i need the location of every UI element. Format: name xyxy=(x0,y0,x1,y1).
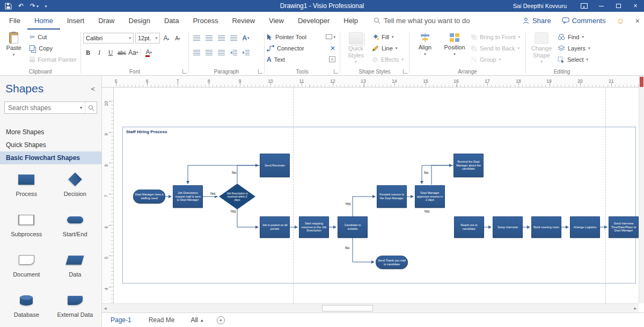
stencil-shape[interactable]: Database xyxy=(2,294,51,318)
feedback-smiley-icon[interactable]: ☺ xyxy=(616,17,624,25)
account-user-name[interactable]: Sai Deepthi Kovvuru xyxy=(513,3,567,9)
vertical-scrollbar-thumb[interactable] xyxy=(640,77,643,87)
customize-quick-access-button[interactable]: ▾ xyxy=(45,4,47,8)
decrease-font-size-button[interactable]: A▾ xyxy=(173,33,182,43)
group-label: Arrange xyxy=(409,69,525,75)
dialog-launcher-icon[interactable] xyxy=(334,69,338,74)
position-button[interactable]: Position ▾ xyxy=(441,31,468,67)
dropdown-caret-icon: ▾ xyxy=(36,4,39,8)
align-bottom-button[interactable] xyxy=(216,33,226,43)
text-tool-button[interactable]: A Text A xyxy=(267,54,335,65)
stencil-shape[interactable]: Decision xyxy=(51,173,100,197)
decrease-indent-button[interactable] xyxy=(228,48,239,58)
ribbon-tab[interactable]: Review xyxy=(225,12,262,30)
stencil-section-link[interactable]: Quick Shapes xyxy=(0,139,101,151)
search-button[interactable] xyxy=(85,102,97,113)
all-pages-dropdown[interactable]: All ▲ xyxy=(183,316,211,324)
pointer-tool-button[interactable]: Pointer Tool ▾ xyxy=(267,31,335,42)
fill-button[interactable]: Fill▾ xyxy=(372,31,404,42)
strikethrough-button[interactable]: abc xyxy=(117,48,127,58)
comments-button[interactable]: Comments xyxy=(562,17,606,25)
close-document-button[interactable]: × xyxy=(635,17,640,25)
text-block-tool-button[interactable]: A xyxy=(329,56,335,62)
stencil-shape-label: Start/End xyxy=(63,231,87,237)
vertical-scrollbar[interactable] xyxy=(639,76,644,303)
align-right-button[interactable] xyxy=(216,48,226,58)
find-button[interactable]: Find▾ xyxy=(558,31,590,42)
stencil-shape-label: Database xyxy=(14,311,39,318)
ribbon-tab[interactable]: Developer xyxy=(291,12,336,30)
stencil-shape[interactable]: Start/End xyxy=(51,213,100,237)
stencil-shape[interactable]: Data xyxy=(51,253,100,278)
rectangle-tool-dropdown[interactable]: ▾ xyxy=(326,34,335,39)
bold-button[interactable]: B xyxy=(83,48,93,58)
minimize-button[interactable] xyxy=(592,0,610,12)
bullets-button[interactable] xyxy=(228,33,239,43)
insert-page-button[interactable]: + xyxy=(217,316,225,324)
page-tab-readme[interactable]: Read Me xyxy=(140,313,184,327)
paste-button[interactable]: Paste ▾ xyxy=(2,31,25,67)
search-shapes-box[interactable]: ▾ xyxy=(4,101,97,114)
scroll-left-icon[interactable]: ◂ xyxy=(104,306,107,311)
ribbon-tab[interactable]: Draw xyxy=(91,12,121,30)
drawing-canvas[interactable]: Staff Hiring Process xyxy=(114,88,639,303)
increase-indent-button[interactable] xyxy=(240,48,251,58)
ribbon-tab[interactable]: Design xyxy=(122,12,157,30)
italic-button[interactable]: I xyxy=(94,48,104,58)
select-button[interactable]: Select▾ xyxy=(558,54,590,65)
save-button[interactable] xyxy=(5,3,12,10)
tell-me-box[interactable]: Tell me what you want to do xyxy=(374,12,470,30)
font-color-button[interactable]: A▾ xyxy=(144,48,153,58)
stencil-shape[interactable]: Subprocess xyxy=(2,213,51,237)
font-size-select[interactable]: 12pt.▾ xyxy=(135,33,160,43)
scroll-right-icon[interactable]: ▸ xyxy=(634,306,636,311)
stencil-shape-label: Data xyxy=(69,271,81,278)
copy-button[interactable]: Copy xyxy=(28,42,78,54)
align-top-button[interactable] xyxy=(191,33,202,43)
close-button[interactable]: × xyxy=(627,0,644,12)
font-family-select[interactable]: Calibri▾ xyxy=(83,33,134,43)
underline-button[interactable]: U xyxy=(106,48,115,58)
undo-button[interactable]: ↶ xyxy=(18,3,24,9)
connector-tool-button[interactable]: Connector ✕ xyxy=(267,42,335,54)
dialog-launcher-icon[interactable] xyxy=(182,69,187,74)
divider xyxy=(141,48,141,57)
ribbon-tab[interactable]: View xyxy=(262,12,291,30)
stencil-shape[interactable]: Document xyxy=(2,253,51,278)
horizontal-scrollbar[interactable]: ◂ ▸ xyxy=(102,303,639,313)
align-center-button[interactable] xyxy=(203,48,214,58)
dropdown-caret-icon: ▾ xyxy=(13,53,15,57)
stencil-section-link[interactable]: Basic Flowchart Shapes xyxy=(0,151,101,164)
ribbon-tab[interactable]: Help xyxy=(336,12,365,30)
dialog-launcher-icon[interactable] xyxy=(258,69,262,74)
rotate-text-button[interactable]: A▾ xyxy=(240,33,251,43)
page-tab-page1[interactable]: Page-1 xyxy=(102,313,140,327)
collapse-panel-button[interactable]: < xyxy=(91,85,95,93)
share-button[interactable]: Share xyxy=(522,17,551,25)
redo-button[interactable]: ↷▾ xyxy=(30,3,39,9)
align-middle-button[interactable] xyxy=(203,33,214,43)
cut-button[interactable]: ✂Cut xyxy=(28,31,78,42)
search-shapes-input[interactable] xyxy=(5,104,77,112)
line-button[interactable]: Line▾ xyxy=(372,42,404,54)
ribbon-tab[interactable]: Process xyxy=(186,12,225,30)
align-left-button[interactable] xyxy=(191,48,202,58)
stencil-gallery: Process Decision Subprocess Start/End xyxy=(0,164,101,318)
stencil-shape[interactable]: Process xyxy=(2,173,51,197)
align-button[interactable]: Align ▾ xyxy=(412,31,438,67)
dialog-launcher-icon[interactable] xyxy=(403,69,407,74)
stencil-section-link[interactable]: More Shapes xyxy=(0,126,101,139)
maximize-button[interactable] xyxy=(610,0,627,12)
horizontal-scrollbar-thumb[interactable] xyxy=(322,305,373,311)
ribbon-tab[interactable]: Insert xyxy=(60,12,92,30)
connection-point-tool-button[interactable]: ✕ xyxy=(330,45,335,52)
ribbon-tab[interactable]: Data xyxy=(157,12,186,30)
stencil-shape[interactable]: External Data xyxy=(51,294,100,318)
change-case-button[interactable]: Aa▾ xyxy=(128,48,138,58)
ribbon-display-options-button[interactable]: ▾ xyxy=(575,0,592,12)
ribbon-tab[interactable]: Home xyxy=(27,12,60,30)
ribbon-right-actions: Share Comments ☺ × xyxy=(522,12,640,30)
increase-font-size-button[interactable]: A▴ xyxy=(162,33,171,43)
layers-button[interactable]: Layers▾ xyxy=(558,42,590,54)
ribbon-tab[interactable]: File xyxy=(2,12,27,30)
